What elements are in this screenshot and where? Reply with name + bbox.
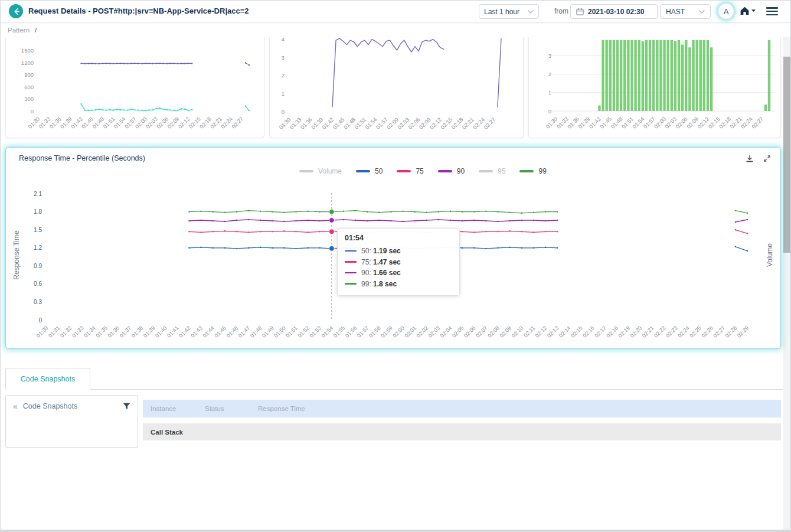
svg-text:1.5: 1.5: [34, 227, 42, 233]
svg-text:01:42: 01:42: [178, 325, 192, 339]
chevron-down-icon: [699, 10, 705, 14]
svg-text:01:33: 01:33: [71, 325, 85, 339]
home-menu[interactable]: [740, 6, 756, 15]
svg-text:02:19: 02:19: [617, 325, 632, 339]
hamburger-menu-icon[interactable]: [766, 7, 778, 17]
svg-text:02:06: 02:06: [156, 116, 170, 130]
svg-text:02:18: 02:18: [718, 116, 733, 130]
svg-text:02:22: 02:22: [653, 325, 667, 339]
svg-text:02:00: 02:00: [653, 116, 667, 130]
svg-text:02:29: 02:29: [736, 325, 750, 339]
svg-text:02:28: 02:28: [724, 325, 738, 339]
back-button[interactable]: [9, 4, 23, 18]
breadcrumb: Pattern/: [8, 27, 37, 34]
svg-text:02:12: 02:12: [697, 116, 711, 130]
svg-text:02:15: 02:15: [440, 116, 454, 130]
svg-text:01:57: 01:57: [123, 116, 138, 130]
svg-text:01:51: 01:51: [285, 325, 299, 339]
svg-text:02:15: 02:15: [570, 325, 584, 339]
column-response-time: Response Time: [258, 405, 305, 412]
page-title: Request Details - POST#http:|srv=NB-App-…: [28, 1, 249, 22]
timezone-select[interactable]: HAST: [660, 4, 711, 19]
svg-text:02:24: 02:24: [472, 116, 486, 130]
svg-text:0.3: 0.3: [34, 299, 42, 305]
svg-text:0: 0: [282, 109, 285, 115]
svg-text:01:42: 01:42: [321, 116, 335, 130]
tab-code-snapshots[interactable]: Code Snapshots: [5, 368, 90, 390]
bar-mini-chart-panel: 012301:3001:3301:3601:3901:4201:4501:480…: [528, 37, 781, 138]
svg-text:1.8: 1.8: [34, 208, 42, 215]
datetime-picker[interactable]: 2021-03-10 02:30: [570, 4, 658, 19]
svg-text:01:45: 01:45: [599, 116, 613, 130]
svg-text:01:45: 01:45: [332, 116, 346, 130]
svg-text:01:54: 01:54: [113, 116, 127, 130]
code-snapshots-side-panel: « Code Snapshots: [5, 395, 138, 448]
caret-down-icon: [751, 9, 756, 12]
svg-text:01:58: 01:58: [368, 325, 382, 339]
svg-text:1500: 1500: [21, 47, 34, 54]
svg-text:01:39: 01:39: [142, 325, 156, 339]
svg-text:02:06: 02:06: [407, 116, 421, 130]
svg-text:01:41: 01:41: [166, 325, 180, 339]
svg-text:02:23: 02:23: [665, 325, 679, 339]
svg-text:01:30: 01:30: [27, 116, 41, 130]
svg-text:4: 4: [282, 37, 285, 43]
scrollbar-thumb[interactable]: [783, 57, 791, 253]
svg-text:02:15: 02:15: [707, 116, 721, 130]
svg-text:01:57: 01:57: [642, 116, 656, 130]
svg-text:01:36: 01:36: [299, 116, 313, 130]
svg-text:02:09: 02:09: [499, 325, 513, 339]
collapse-icon[interactable]: «: [13, 402, 18, 411]
svg-text:02:24: 02:24: [676, 325, 691, 339]
filter-icon[interactable]: [123, 403, 130, 410]
svg-text:02:26: 02:26: [701, 325, 715, 339]
svg-text:02:27: 02:27: [712, 325, 727, 339]
svg-text:02:16: 02:16: [581, 325, 596, 339]
snapshot-table-header: Instance Status Response Time: [143, 400, 781, 417]
chevron-down-icon: [528, 10, 534, 14]
svg-text:01:43: 01:43: [189, 325, 204, 339]
home-icon: [740, 6, 750, 15]
svg-text:01:45: 01:45: [81, 116, 95, 130]
svg-text:01:39: 01:39: [310, 116, 325, 130]
svg-text:01:57: 01:57: [356, 325, 370, 339]
svg-text:300: 300: [24, 96, 34, 102]
svg-text:02:24: 02:24: [220, 116, 234, 130]
svg-text:02:21: 02:21: [641, 325, 655, 339]
avatar[interactable]: A: [718, 3, 734, 19]
request-details-page: Request Details - POST#http:|srv=NB-App-…: [0, 0, 791, 532]
svg-text:1: 1: [282, 90, 285, 97]
svg-text:01:38: 01:38: [130, 325, 145, 339]
top-right-chart[interactable]: 012301:3001:3301:3601:3901:4201:4501:480…: [529, 37, 780, 137]
svg-text:01:49: 01:49: [261, 325, 275, 339]
svg-text:01:57: 01:57: [375, 116, 389, 130]
svg-text:01:59: 01:59: [380, 325, 394, 339]
svg-text:02:09: 02:09: [686, 116, 700, 130]
svg-text:01:52: 01:52: [297, 325, 311, 339]
svg-text:02:07: 02:07: [475, 325, 489, 339]
chart-tooltip: 01:54 50: 1.19 sec75: 1.47 sec90: 1.66 s…: [337, 228, 460, 296]
side-panel-title: Code Snapshots: [23, 402, 77, 410]
svg-text:02:27: 02:27: [483, 116, 497, 130]
svg-text:02:09: 02:09: [418, 116, 432, 130]
top-left-chart[interactable]: 03006009001200150001:3001:3301:3601:3901…: [6, 37, 264, 137]
svg-text:02:17: 02:17: [593, 325, 607, 339]
top-middle-chart[interactable]: 0123401:3001:3301:3601:3901:4201:4501:48…: [270, 37, 523, 137]
svg-text:02:00: 02:00: [134, 116, 148, 130]
svg-text:01:47: 01:47: [237, 325, 251, 339]
svg-text:02:06: 02:06: [463, 325, 477, 339]
svg-text:01:51: 01:51: [354, 116, 368, 130]
svg-text:01:48: 01:48: [91, 116, 106, 130]
svg-text:01:48: 01:48: [249, 325, 263, 339]
breadcrumb-separator: /: [35, 27, 37, 34]
svg-text:02:27: 02:27: [231, 116, 245, 130]
svg-text:900: 900: [24, 71, 34, 78]
svg-text:01:48: 01:48: [610, 116, 624, 130]
breadcrumb-section[interactable]: Pattern: [8, 27, 30, 34]
svg-text:01:44: 01:44: [202, 325, 216, 339]
svg-text:01:54: 01:54: [632, 116, 646, 130]
time-range-select[interactable]: Last 1 hour: [479, 4, 539, 19]
tooltip-row: 90: 1.66 sec: [345, 269, 452, 277]
svg-text:01:54: 01:54: [321, 325, 335, 339]
tooltip-time: 01:54: [345, 234, 452, 242]
